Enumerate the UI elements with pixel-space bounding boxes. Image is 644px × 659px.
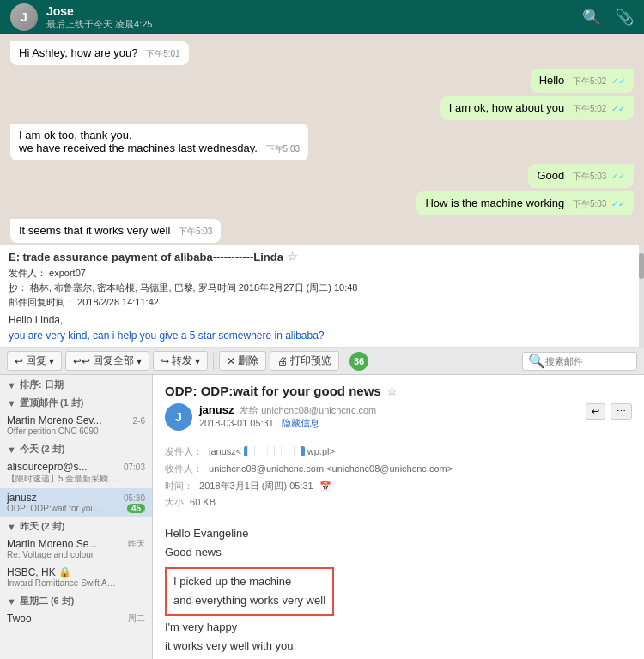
star-icon[interactable]: ☆ xyxy=(386,384,398,398)
email-date: 邮件回复时间： 2018/2/28 14:11:42 xyxy=(9,296,635,309)
message-bubble-in: I am ok too, thank you.we have received … xyxy=(10,124,308,160)
expand-icon: ▼ xyxy=(7,522,16,532)
sort-icon: ▼ xyxy=(7,380,16,390)
message-row: Hi Ashley, how are you? 下午5:01 xyxy=(10,41,634,65)
calendar-icon: 📅 xyxy=(319,481,331,491)
sender-avatar: J xyxy=(165,403,192,431)
sender-name: Martin Moreno Sev... xyxy=(7,414,133,426)
item-meta: 2-6 xyxy=(133,416,145,426)
delete-icon: ✕ xyxy=(227,355,235,367)
list-item[interactable]: Martin Moreno Sev... 2-6 Offer petition … xyxy=(0,411,152,439)
list-item[interactable]: Twoo 周二 xyxy=(0,609,152,628)
message-bubble-out: I am ok, how about you 下午5:02 ✓✓ xyxy=(440,96,634,120)
email-detail-subject: ODP: ODP:wait for your good news ☆ xyxy=(165,384,632,398)
email-linda-section: E: trade assurance payment of alibaba---… xyxy=(0,245,644,348)
email-from: 发件人： export07 xyxy=(9,267,635,280)
alibaba-link[interactable]: you are very kind, can i help you give a… xyxy=(9,330,325,342)
item-meta: 昨天 xyxy=(128,538,145,550)
item-preview: Re: Voltage and colour xyxy=(7,550,118,559)
item-meta: 周二 xyxy=(128,613,145,625)
reply-all-button[interactable]: ↩↩ 回复全部 ▾ xyxy=(65,351,149,371)
chevron-down-icon: ▾ xyxy=(195,355,200,367)
email-subject: E: trade assurance payment of alibaba---… xyxy=(9,250,635,263)
message-row: Good 下午5:03 ✓✓ xyxy=(10,164,634,188)
today-section-header[interactable]: ▼ 今天 (2 封) xyxy=(0,439,152,457)
forward-button[interactable]: ↪ 转发 ▾ xyxy=(153,351,208,371)
list-item[interactable]: alisourcepro@s... 07:03 【限时速递】5 金最新采购需..… xyxy=(0,457,152,488)
reply-icon: ↩ xyxy=(15,355,23,367)
list-item[interactable]: Martin Moreno Se... 昨天 Re: Voltage and c… xyxy=(0,535,152,563)
week-section-header[interactable]: ▼ 星期二 (6 封) xyxy=(0,591,152,609)
contact-name: Jose xyxy=(46,4,574,18)
highlighted-text: I picked up the machine and everything w… xyxy=(165,567,334,615)
sender-name: Twoo xyxy=(7,613,128,625)
message-row: I am ok too, thank you.we have received … xyxy=(10,124,634,160)
email-body-content: Hello Evangeline Good news I picked up t… xyxy=(165,524,632,659)
whatsapp-section: J Jose 最后上线于今天 凌晨4:25 🔍 📎 Hi Ashley, how… xyxy=(0,0,644,245)
reply-action-button[interactable]: ↩ xyxy=(586,403,605,420)
item-preview: ODP; ODP:wait for you... xyxy=(7,504,102,513)
sender-name: janusz xyxy=(7,492,124,504)
email-detail-header: J janusz 发给 unichcnc08@unichcnc.com 2018… xyxy=(165,403,632,431)
item-meta: 07:03 xyxy=(124,463,145,472)
print-icon: 🖨 xyxy=(277,355,288,367)
search-input[interactable] xyxy=(545,356,631,366)
reply-button[interactable]: ↩ 回复 ▾ xyxy=(7,351,62,371)
unread-badge: 45 xyxy=(127,504,145,513)
star-icon[interactable]: ☆ xyxy=(287,250,298,263)
delete-button[interactable]: ✕ 删除 xyxy=(219,351,266,371)
email-detail: ODP: ODP:wait for your good news ☆ J jan… xyxy=(153,375,644,659)
message-row: It seems that it works very well 下午5:03 xyxy=(10,219,634,243)
message-row: Hello 下午5:02 ✓✓ xyxy=(10,69,634,93)
print-button[interactable]: 🖨 打印预览 xyxy=(270,351,339,371)
message-bubble-in: Hi Ashley, how are you? 下午5:01 xyxy=(10,41,189,65)
sender-name: janusz 发给 unichcnc08@unichcnc.com xyxy=(199,403,579,417)
separator xyxy=(213,353,214,370)
item-preview: 【限时速递】5 金最新采购需... xyxy=(7,473,118,485)
chevron-down-icon: ▾ xyxy=(137,355,142,367)
item-preview: Offer petition CNC 6090 xyxy=(7,426,118,436)
email-detail-metadata: 发件人： janusz< ████████ wp.pl> 收件人： unichc… xyxy=(165,438,632,517)
email-toolbar: ↩ 回复 ▾ ↩↩ 回复全部 ▾ ↪ 转发 ▾ ✕ 删除 🖨 打印预览 36 🔍 xyxy=(0,348,644,375)
item-meta: 05:30 xyxy=(124,493,145,503)
email-to: 抄： 格林, 布鲁塞尔, 密本哈根, 马德里, 巴黎, 罗马时间 2018年2月… xyxy=(9,281,635,294)
email-sidebar: ▼ 排序: 日期 ▼ 置顶邮件 (1 封) Martin Moreno Sev.… xyxy=(0,375,153,659)
message-row: I am ok, how about you 下午5:02 ✓✓ xyxy=(10,96,634,120)
chevron-down-icon: ▾ xyxy=(49,355,54,367)
email-body: Hello Linda, you are very kind, can i he… xyxy=(9,312,635,348)
messages-list: Hi Ashley, how are you? 下午5:01 Hello 下午5… xyxy=(0,34,644,245)
email-client-section: ↩ 回复 ▾ ↩↩ 回复全部 ▾ ↪ 转发 ▾ ✕ 删除 🖨 打印预览 36 🔍 xyxy=(0,348,644,659)
scrollbar[interactable] xyxy=(639,245,644,347)
sender-name: HSBC, HK 🔒 xyxy=(7,566,145,578)
message-bubble-out: How is the machine working 下午5:03 ✓✓ xyxy=(416,191,634,215)
expand-icon: ▼ xyxy=(7,596,16,607)
list-item[interactable]: janusz 05:30 ODP; ODP:wait for you... 45 xyxy=(0,488,152,517)
expand-icon: ▼ xyxy=(7,398,16,408)
sender-name: Martin Moreno Se... xyxy=(7,538,128,550)
contact-status: 最后上线于今天 凌晨4:25 xyxy=(46,18,574,31)
attach-icon[interactable]: 📎 xyxy=(615,8,634,27)
yesterday-section-header[interactable]: ▼ 昨天 (2 封) xyxy=(0,517,152,535)
pinned-section-header[interactable]: ▼ 置顶邮件 (1 封) xyxy=(0,393,152,411)
whatsapp-header: J Jose 最后上线于今天 凌晨4:25 🔍 📎 xyxy=(0,0,644,34)
message-bubble-out: Hello 下午5:02 ✓✓ xyxy=(531,69,634,93)
email-layout: ▼ 排序: 日期 ▼ 置顶邮件 (1 封) Martin Moreno Sev.… xyxy=(0,375,644,659)
forward-icon: ↪ xyxy=(161,355,169,367)
hide-info-link[interactable]: 隐藏信息 xyxy=(282,418,319,428)
message-bubble-out: Good 下午5:03 ✓✓ xyxy=(528,164,634,188)
avatar: J xyxy=(10,3,38,31)
message-bubble-in: It seems that it works very well 下午5:03 xyxy=(10,219,221,243)
sort-header[interactable]: ▼ 排序: 日期 xyxy=(0,375,152,393)
message-row: How is the machine working 下午5:03 ✓✓ xyxy=(10,191,634,215)
sender-name: alisourcepro@s... xyxy=(7,461,124,473)
more-action-button[interactable]: ⋯ xyxy=(611,403,632,420)
email-datetime: 2018-03-01 05:31 隐藏信息 xyxy=(199,417,579,430)
unread-badge: 36 xyxy=(349,352,368,371)
list-item[interactable]: HSBC, HK 🔒 Inward Remittance Swift Ad... xyxy=(0,563,152,591)
expand-icon: ▼ xyxy=(7,444,16,455)
search-icon: 🔍 xyxy=(528,353,545,369)
search-box[interactable]: 🔍 xyxy=(522,352,637,371)
reply-all-icon: ↩↩ xyxy=(73,355,90,367)
search-icon[interactable]: 🔍 xyxy=(582,8,601,27)
item-preview: Inward Remittance Swift Ad... xyxy=(7,578,118,588)
